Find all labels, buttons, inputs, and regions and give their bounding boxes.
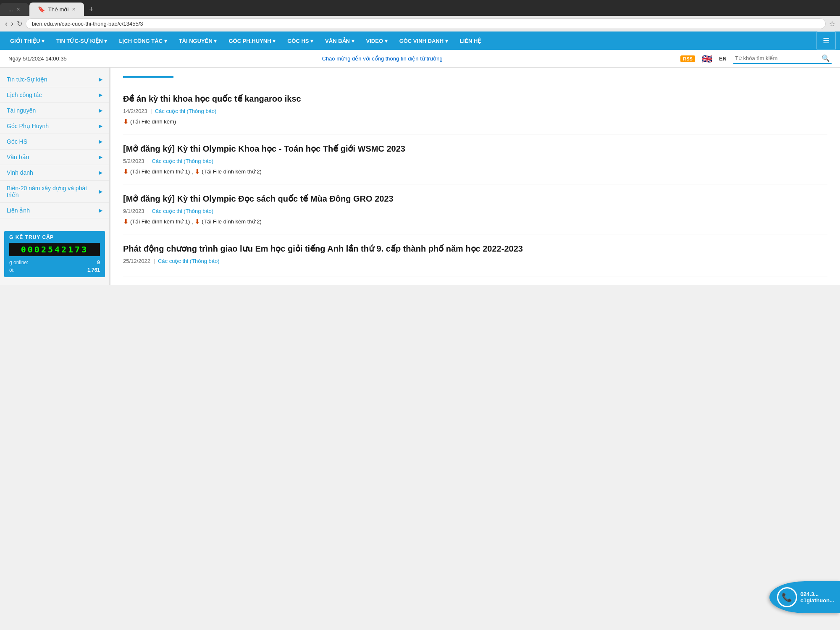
article-1-attachments: ⬇ (Tải File đính kèm) [123, 118, 827, 126]
tab-label: ... [8, 6, 13, 13]
search-input[interactable] [735, 55, 819, 61]
bookmark-button[interactable]: ☆ [829, 20, 835, 28]
search-bar: 🔍 [733, 53, 832, 64]
download-icon-2a: ⬇ [123, 168, 129, 176]
sidebar-item-lich-cong-tac[interactable]: Lịch công tác ▶ [0, 87, 109, 103]
nav-lien-he[interactable]: LIÊN HỆ [454, 33, 487, 49]
attach-separator-3: , [192, 219, 194, 225]
article-1-attach-1[interactable]: ⬇ (Tải File đính kèm) [123, 118, 176, 126]
sidebar-item-lien-anh[interactable]: Liên ảnh ▶ [0, 203, 109, 218]
phone-fab-info: 024.3... c1giathuon... [801, 591, 834, 604]
nav-gioi-thieu[interactable]: GIỚI THIỆU ▾ [4, 33, 50, 49]
article-4: Phát động chương trình giao lưu Em học g… [123, 234, 827, 276]
sidebar-item-tin-tuc-label: Tin tức-Sự kiện [7, 76, 47, 83]
article-1-title[interactable]: Đề án kỳ thi khoa học quốc tế kangaroo i… [123, 93, 827, 105]
article-2-title[interactable]: [Mở đăng ký] Kỳ thi Olympic Khoa học - T… [123, 143, 827, 155]
article-2-meta: 5/2/2023 | Các cuộc thi (Thông báo) [123, 158, 827, 164]
sidebar-item-tin-tuc[interactable]: Tin tức-Sự kiện ▶ [0, 72, 109, 87]
tab-active[interactable]: 🔖 Thẻ mới ✕ [29, 3, 84, 16]
nav-lich-cong-tac[interactable]: LỊCH CÔNG TÁC ▾ [113, 33, 173, 49]
tab-bar: ... ✕ 🔖 Thẻ mới ✕ + [0, 0, 840, 16]
sidebar-item-goc-hs[interactable]: Góc HS ▶ [0, 134, 109, 150]
main-content: Đề án kỳ thi khoa học quốc tế kangaroo i… [109, 68, 840, 285]
article-2-attach-1[interactable]: ⬇ (Tải File đính kèm thứ 1) [123, 168, 190, 176]
article-2-attachments: ⬇ (Tải File đính kèm thứ 1) , ⬇ (Tải Fil… [123, 168, 827, 176]
article-1-attach-1-label: (Tải File đính kèm) [130, 118, 176, 125]
phone-fab[interactable]: 📞 024.3... c1giathuon... [769, 581, 840, 613]
nav-video[interactable]: VIDEO ▾ [360, 33, 394, 49]
new-tab-button[interactable]: + [85, 3, 98, 16]
tab-inactive[interactable]: ... ✕ [0, 3, 29, 16]
address-bar-row: ‹ › ↻ bien.edu.vn/cac-cuoc-thi-thong-bao… [0, 16, 840, 32]
article-1: Đề án kỳ thi khoa học quốc tế kangaroo i… [123, 84, 827, 134]
nav-tai-nguyen[interactable]: TÀI NGUYÊN ▾ [173, 33, 223, 49]
uk-flag-icon: 🇬🇧 [702, 54, 712, 64]
language-toggle[interactable]: EN [719, 55, 727, 62]
sidebar-item-tai-nguyen[interactable]: Tài nguyên ▶ [0, 103, 109, 118]
article-3-attach-2-label: (Tải File đính kèm thứ 2) [202, 218, 261, 225]
nav-goc-vinh-danh[interactable]: GÓC VINH DANH ▾ [394, 33, 454, 49]
stats-box: G KÊ TRUY CẬP 0002542173 g online: 9 ôi:… [4, 231, 105, 277]
article-2-attach-1-label: (Tải File đính kèm thứ 1) [130, 168, 190, 175]
sidebar-arrow-lien-anh: ▶ [99, 207, 102, 213]
tab-close-btn[interactable]: ✕ [16, 7, 20, 12]
nav-goc-hs[interactable]: GÓC HS ▾ [281, 33, 319, 49]
sidebar-item-tai-nguyen-label: Tài nguyên [7, 107, 36, 114]
tab-favicon: 🔖 [38, 6, 45, 13]
sidebar-item-goc-phu-huynh[interactable]: Góc Phụ Huynh ▶ [0, 118, 109, 134]
hamburger-menu-button[interactable]: ☰ [816, 32, 836, 50]
article-3-category[interactable]: Các cuộc thi (Thông báo) [152, 208, 213, 214]
article-3-attach-2[interactable]: ⬇ (Tải File đính kèm thứ 2) [194, 218, 261, 226]
article-3-date: 9/1/2023 [123, 208, 144, 214]
main-navigation: GIỚI THIỆU ▾ TIN TỨC-SỰ KIỆN ▾ LỊCH CÔNG… [0, 32, 840, 50]
sidebar-arrow-goc-phu-huynh: ▶ [99, 123, 102, 129]
datetime-display: Ngày 5/1/2024 14:00:35 [8, 55, 84, 62]
nav-van-ban[interactable]: VĂN BẢN ▾ [319, 33, 360, 49]
sidebar-item-vinh-danh[interactable]: Vinh danh ▶ [0, 165, 109, 181]
download-icon: ⬇ [123, 118, 129, 126]
article-2-date: 5/2/2023 [123, 158, 144, 164]
phone-number: 024.3... [801, 591, 834, 597]
article-2-attach-2[interactable]: ⬇ (Tải File đính kèm thứ 2) [194, 168, 261, 176]
sub-header: Ngày 5/1/2024 14:00:35 Chào mừng đến với… [0, 50, 840, 68]
address-bar[interactable]: bien.edu.vn/cac-cuoc-thi-thong-bao/c/134… [26, 18, 826, 29]
download-icon-3a: ⬇ [123, 218, 129, 226]
refresh-button[interactable]: ↻ [17, 20, 22, 28]
stats-total-value: 1,761 [87, 267, 100, 273]
article-1-category[interactable]: Các cuộc thi (Thông báo) [155, 108, 217, 114]
sidebar-item-bien-20-nam[interactable]: Biên-20 năm xây dựng và phát triển ▶ [0, 181, 109, 203]
stats-title: G KÊ TRUY CẬP [9, 234, 100, 240]
article-3-meta: 9/1/2023 | Các cuộc thi (Thông báo) [123, 208, 827, 214]
article-4-category[interactable]: Các cuộc thi (Thông báo) [158, 258, 220, 264]
article-3-title[interactable]: [Mở đăng ký] Kỳ thi Olympic Đọc sách quố… [123, 193, 827, 205]
tab-active-label: Thẻ mới [48, 6, 69, 13]
article-4-date: 25/12/2022 [123, 258, 150, 264]
article-1-meta: 14/2/2023 | Các cuộc thi (Thông báo) [123, 108, 827, 114]
sidebar-arrow-tai-nguyen: ▶ [99, 108, 102, 113]
sidebar-item-vinh-danh-label: Vinh danh [7, 169, 33, 176]
article-4-title[interactable]: Phát động chương trình giao lưu Em học g… [123, 243, 827, 255]
article-2-category[interactable]: Các cuộc thi (Thông báo) [152, 158, 213, 164]
nav-tin-tuc[interactable]: TIN TỨC-SỰ KIỆN ▾ [50, 33, 113, 49]
attach-separator-2: , [192, 169, 194, 175]
back-button[interactable]: ‹ [5, 19, 8, 28]
sidebar-item-bien-20-nam-label: Biên-20 năm xây dựng và phát triển [7, 185, 99, 198]
search-icon[interactable]: 🔍 [822, 54, 830, 62]
sidebar-item-goc-phu-huynh-label: Góc Phụ Huynh [7, 123, 49, 129]
stats-row-online: g online: 9 [9, 259, 100, 266]
sidebar-item-goc-hs-label: Góc HS [7, 138, 27, 145]
accent-line [123, 76, 173, 78]
sidebar-item-van-ban[interactable]: Văn bản ▶ [0, 150, 109, 165]
article-4-meta: 25/12/2022 | Các cuộc thi (Thông báo) [123, 258, 827, 264]
forward-button[interactable]: › [11, 19, 13, 28]
rss-badge[interactable]: RSS [680, 55, 695, 62]
sidebar-arrow-goc-hs: ▶ [99, 139, 102, 144]
sidebar-arrow-vinh-danh: ▶ [99, 170, 102, 176]
article-1-date: 14/2/2023 [123, 108, 147, 114]
sidebar: Tin tức-Sự kiện ▶ Lịch công tác ▶ Tài ng… [0, 68, 109, 285]
nav-goc-phu-huynh[interactable]: GÓC PH.HUYNH ▾ [223, 33, 281, 49]
tab-active-close-btn[interactable]: ✕ [72, 7, 76, 12]
stats-total-label: ôi: [9, 267, 15, 273]
article-3-attach-1[interactable]: ⬇ (Tải File đính kèm thứ 1) [123, 218, 190, 226]
sidebar-arrow-van-ban: ▶ [99, 154, 102, 160]
